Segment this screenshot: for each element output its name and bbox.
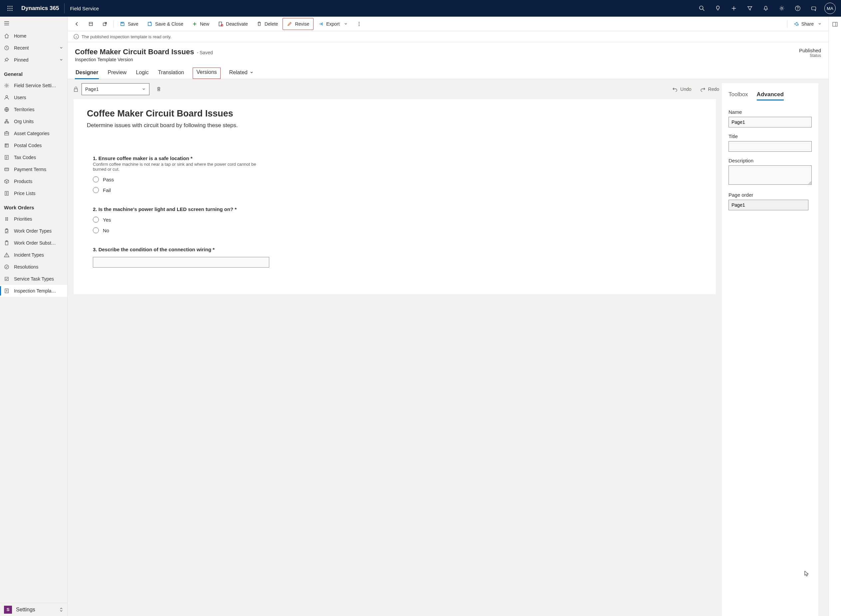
nav-priorities[interactable]: Priorities xyxy=(0,213,67,225)
chevron-updown-icon xyxy=(59,607,63,612)
lightbulb-icon[interactable] xyxy=(710,0,726,17)
panel-tab-advanced[interactable]: Advanced xyxy=(757,91,784,101)
nav-service-task-types[interactable]: Service Task Types xyxy=(0,273,67,285)
nav-work-order-subst[interactable]: Work Order Subst… xyxy=(0,237,67,249)
open-record-set-button[interactable] xyxy=(84,18,98,30)
question-text-input[interactable] xyxy=(93,257,269,268)
nav-asset-categories[interactable]: Asset Categories xyxy=(0,128,67,139)
nav-org-units[interactable]: Org Units xyxy=(0,116,67,128)
global-nav-bar: Dynamics 365 Field Service MA xyxy=(0,0,841,17)
radio-option-fail[interactable]: Fail xyxy=(93,187,703,193)
nav-incident-types[interactable]: Incident Types xyxy=(0,249,67,261)
overflow-button[interactable] xyxy=(352,18,366,30)
svg-rect-25 xyxy=(6,119,7,120)
nav-users[interactable]: Users xyxy=(0,91,67,104)
nav-inspection-templates[interactable]: Inspection Templa… xyxy=(0,285,67,297)
new-button[interactable]: New xyxy=(188,18,213,30)
deactivate-button[interactable]: Deactivate xyxy=(214,18,252,30)
nav-price-lists[interactable]: Price Lists xyxy=(0,187,67,199)
radio-option-no[interactable]: No xyxy=(93,227,703,233)
status-value: Published xyxy=(799,48,821,53)
tab-versions[interactable]: Versions xyxy=(193,67,220,79)
svg-point-4 xyxy=(10,8,11,9)
related-pane-toggle[interactable] xyxy=(832,21,838,27)
nav-work-order-types[interactable]: Work Order Types xyxy=(0,225,67,237)
title-input[interactable] xyxy=(728,141,812,152)
share-button[interactable]: Share xyxy=(790,18,826,30)
radio-option-yes[interactable]: Yes xyxy=(93,217,703,223)
nav-recent[interactable]: Recent xyxy=(0,42,67,54)
assistant-icon[interactable] xyxy=(806,0,822,17)
question-1[interactable]: 1. Ensure coffee maker is a safe locatio… xyxy=(93,155,703,193)
svg-point-22 xyxy=(6,85,8,87)
svg-rect-27 xyxy=(7,122,9,123)
description-input[interactable] xyxy=(728,166,812,185)
page-order-input[interactable] xyxy=(728,199,809,210)
save-button[interactable]: Save xyxy=(116,18,142,30)
tax-icon xyxy=(4,155,9,160)
status-label: Status xyxy=(799,53,821,58)
nav-payment-terms[interactable]: Payment Terms xyxy=(0,163,67,175)
brand-label[interactable]: Dynamics 365 xyxy=(17,5,63,12)
popup-button[interactable] xyxy=(98,18,111,30)
name-input[interactable] xyxy=(728,117,812,128)
cmd-label: New xyxy=(200,21,210,26)
question-help: Confirm coffee machine is not near a tap… xyxy=(93,162,266,172)
svg-point-2 xyxy=(12,6,13,7)
tab-logic[interactable]: Logic xyxy=(135,67,149,79)
nav-tax-codes[interactable]: Tax Codes xyxy=(0,151,67,163)
question-2[interactable]: 2. Is the machine's power light and LED … xyxy=(93,206,703,233)
page-selector[interactable]: Page1 xyxy=(82,83,149,95)
tab-translation[interactable]: Translation xyxy=(157,67,185,79)
nav-territories[interactable]: Territories xyxy=(0,104,67,116)
nav-products[interactable]: Products xyxy=(0,175,67,187)
avatar[interactable]: MA xyxy=(824,3,836,14)
app-name-label[interactable]: Field Service xyxy=(66,6,103,11)
search-icon[interactable] xyxy=(694,0,710,17)
nav-home[interactable]: Home xyxy=(0,30,67,42)
radio-option-pass[interactable]: Pass xyxy=(93,176,703,182)
radio-circle-icon xyxy=(93,176,99,182)
bell-icon[interactable] xyxy=(758,0,774,17)
panel-tab-toolbox[interactable]: Toolbox xyxy=(728,91,748,101)
app-launcher-icon[interactable] xyxy=(3,0,17,17)
nav-postal-codes[interactable]: Postal Codes xyxy=(0,139,67,151)
area-badge: S xyxy=(4,606,12,614)
back-button[interactable] xyxy=(70,18,84,30)
export-button[interactable]: Export xyxy=(314,18,352,30)
tab-related[interactable]: Related xyxy=(229,67,254,79)
nav-resolutions[interactable]: Resolutions xyxy=(0,261,67,273)
help-icon[interactable] xyxy=(790,0,806,17)
svg-point-37 xyxy=(4,265,9,269)
title-label: Title xyxy=(728,133,812,139)
plus-icon xyxy=(192,21,197,26)
canvas-scroll[interactable]: Coffee Maker Circuit Board Issues Determ… xyxy=(73,99,722,616)
redo-label: Redo xyxy=(708,87,719,92)
tab-designer[interactable]: Designer xyxy=(75,67,99,79)
svg-rect-39 xyxy=(5,289,8,293)
page-order-label: Page order xyxy=(728,192,812,198)
revise-button[interactable]: Revise xyxy=(283,18,314,30)
question-3[interactable]: 3. Describe the condition of the connect… xyxy=(93,246,703,268)
delete-page-button[interactable] xyxy=(153,83,165,95)
radio-circle-icon xyxy=(93,227,99,233)
svg-point-51 xyxy=(359,25,359,26)
svg-point-7 xyxy=(10,10,11,11)
gear-icon[interactable] xyxy=(774,0,790,17)
svg-line-10 xyxy=(703,9,705,11)
hamburger-toggle[interactable] xyxy=(0,17,67,30)
delete-button[interactable]: Delete xyxy=(253,18,282,30)
tab-preview[interactable]: Preview xyxy=(107,67,127,79)
save-close-button[interactable]: Save & Close xyxy=(143,18,188,30)
chevron-down-icon xyxy=(142,87,146,91)
filter-icon[interactable] xyxy=(742,0,758,17)
nav-field-service-settings[interactable]: Field Service Setti… xyxy=(0,79,67,91)
plus-icon[interactable] xyxy=(726,0,742,17)
area-switcher[interactable]: S Settings xyxy=(0,603,67,616)
nav-label: Payment Terms xyxy=(14,167,46,172)
record-header: Coffee Maker Circuit Board Issues - Save… xyxy=(67,42,828,62)
svg-point-14 xyxy=(781,7,782,9)
redo-button[interactable]: Redo xyxy=(697,87,722,92)
undo-button[interactable]: Undo xyxy=(670,87,694,92)
nav-pinned[interactable]: Pinned xyxy=(0,54,67,66)
